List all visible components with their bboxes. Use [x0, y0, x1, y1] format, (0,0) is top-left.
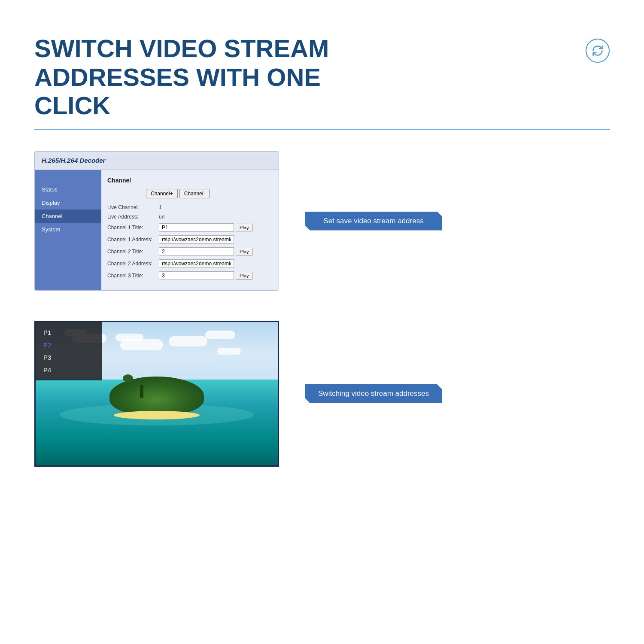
ch1-play-button[interactable]: Play	[236, 224, 252, 231]
cloud-4	[115, 334, 143, 341]
decoder-panel: H.265/H.264 Decoder Status Display Chann…	[34, 151, 279, 291]
top-callout-text: Set save video stream address	[323, 217, 423, 225]
channel-minus-button[interactable]: Channel-	[179, 189, 210, 198]
channel-header: Channel	[107, 177, 273, 184]
bottom-callout-box: Switching video stream addresses	[305, 384, 442, 403]
nav-item-status[interactable]: Status	[35, 183, 101, 196]
refresh-icon	[592, 45, 604, 57]
video-menu-p1[interactable]: P1	[36, 326, 102, 339]
ch1-address-row: Channel 1 Address:	[107, 235, 273, 244]
ch2-address-input[interactable]	[159, 259, 234, 268]
section-divider	[34, 129, 610, 130]
page-container: SWITCH VIDEO STREAM ADDRESSES WITH ONE C…	[0, 0, 644, 644]
top-section: H.265/H.264 Decoder Status Display Chann…	[34, 151, 610, 291]
bottom-section: P1 P2 P3 P4 Switching video stream addre…	[34, 321, 610, 467]
ch1-title-row: Channel 1 Title: Play	[107, 223, 273, 232]
ch3-play-button[interactable]: Play	[236, 272, 252, 279]
live-address-value: url	[159, 214, 164, 220]
ch2-address-row: Channel 2 Address:	[107, 259, 273, 268]
video-overlay-menu: P1 P2 P3 P4	[36, 322, 102, 380]
top-callout-box: Set save video stream address	[305, 212, 442, 231]
live-address-label: Live Address:	[107, 214, 159, 220]
ch2-address-label: Channel 2 Address:	[107, 261, 159, 267]
video-menu-p3[interactable]: P3	[36, 351, 102, 364]
ch3-title-input[interactable]	[159, 271, 234, 280]
ch2-title-label: Channel 2 Title:	[107, 249, 159, 255]
video-player: P1 P2 P3 P4	[34, 321, 279, 467]
nav-item-channel[interactable]: Channel	[35, 210, 101, 223]
ch1-address-input[interactable]	[159, 235, 234, 244]
live-channel-value: 1	[159, 204, 162, 210]
bottom-callout-text: Switching video stream addresses	[318, 389, 429, 398]
cloud-5	[169, 336, 207, 346]
nav-item-display[interactable]: Display	[35, 196, 101, 210]
cloud-6	[205, 331, 235, 339]
ch2-title-row: Channel 2 Title: Play	[107, 247, 273, 256]
live-channel-row: Live Channel: 1	[107, 204, 273, 210]
decoder-nav: Status Display Channel System	[35, 170, 101, 290]
ch3-title-row: Channel 3 Title: Play	[107, 271, 273, 280]
island	[109, 377, 204, 415]
live-address-row: Live Address: url	[107, 214, 273, 220]
decoder-title: H.265/H.264 Decoder	[42, 157, 105, 164]
video-menu-p4[interactable]: P4	[36, 364, 102, 376]
ch3-title-label: Channel 3 Title:	[107, 273, 159, 279]
decoder-body: Status Display Channel System Channel Ch…	[35, 170, 279, 290]
header-section: SWITCH VIDEO STREAM ADDRESSES WITH ONE C…	[34, 34, 610, 120]
ch1-address-label: Channel 1 Address:	[107, 237, 159, 243]
nav-item-system[interactable]: System	[35, 223, 101, 236]
ch2-play-button[interactable]: Play	[236, 248, 252, 255]
decoder-content: Channel Channel+ Channel- Live Channel: …	[101, 170, 279, 290]
live-channel-label: Live Channel:	[107, 204, 159, 210]
decoder-title-bar: H.265/H.264 Decoder	[35, 152, 279, 170]
page-title: SWITCH VIDEO STREAM ADDRESSES WITH ONE C…	[34, 34, 399, 120]
refresh-button[interactable]	[586, 39, 610, 63]
channel-btn-row: Channel+ Channel-	[146, 189, 273, 198]
cloud-7	[217, 348, 241, 355]
ch1-title-label: Channel 1 Title:	[107, 225, 159, 231]
video-menu-p2[interactable]: P2	[36, 339, 102, 351]
tree-trunk	[140, 385, 143, 398]
channel-plus-button[interactable]: Channel+	[146, 189, 178, 198]
ch2-title-input[interactable]	[159, 247, 234, 256]
ch1-title-input[interactable]	[159, 223, 234, 232]
